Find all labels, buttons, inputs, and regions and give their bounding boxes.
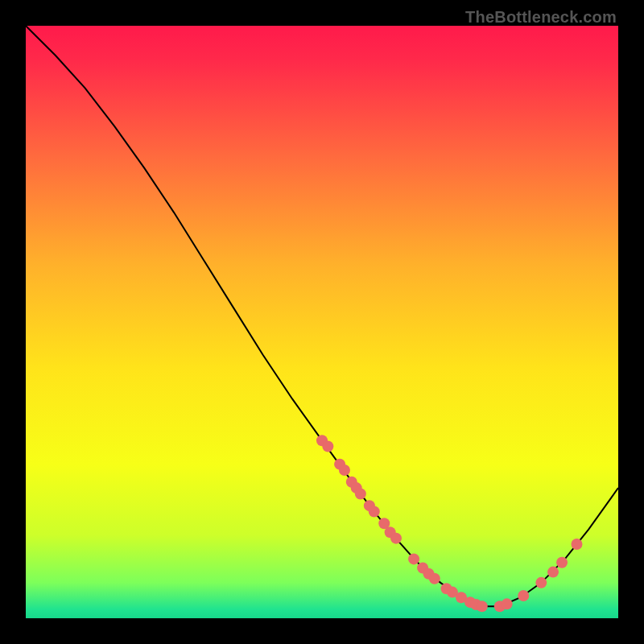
scatter-point	[547, 567, 559, 578]
scatter-points	[316, 435, 582, 612]
scatter-point	[355, 488, 366, 499]
scatter-point	[556, 557, 568, 568]
scatter-point	[429, 573, 440, 584]
scatter-point	[502, 598, 513, 609]
scatter-point	[390, 533, 402, 544]
scatter-point	[571, 539, 582, 550]
scatter-point	[535, 577, 547, 588]
scatter-point	[369, 506, 380, 518]
curve-line	[26, 26, 618, 606]
watermark-text: TheBottleneck.com	[465, 8, 617, 27]
scatter-point	[518, 590, 529, 601]
scatter-point	[322, 441, 333, 452]
scatter-point	[408, 553, 419, 564]
scatter-point	[477, 601, 488, 612]
chart-container: TheBottleneck.com	[0, 0, 644, 644]
plot-overlay	[26, 26, 618, 618]
scatter-point	[339, 464, 350, 476]
plot-area	[26, 26, 618, 618]
